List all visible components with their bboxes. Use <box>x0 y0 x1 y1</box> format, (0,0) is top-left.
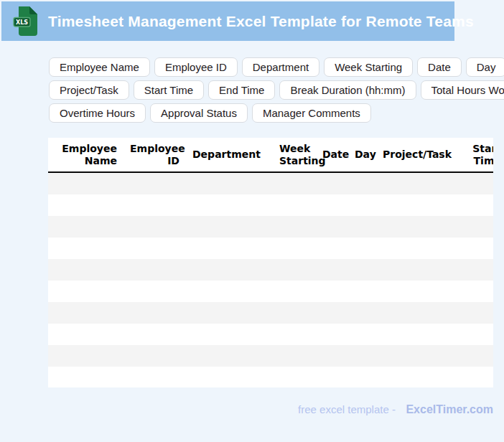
table-cell <box>348 324 376 345</box>
table-cell <box>376 367 463 387</box>
table-cell <box>48 324 123 345</box>
table-cell <box>123 302 186 324</box>
table-cell <box>48 367 123 387</box>
table-cell <box>123 367 186 387</box>
table-cell <box>376 302 463 324</box>
table-row <box>48 324 493 345</box>
table-cell <box>316 259 348 281</box>
tag-chip[interactable]: Department <box>242 57 319 77</box>
table-cell <box>316 238 348 259</box>
table-cell <box>376 172 463 194</box>
table-cell <box>273 302 316 324</box>
column-header: Employee ID <box>123 138 186 172</box>
xls-file-icon: XLS <box>13 6 39 37</box>
column-header: Department <box>186 138 273 172</box>
tag-chip[interactable]: Overtime Hours <box>49 103 146 123</box>
table-cell <box>463 302 493 324</box>
table-cell <box>463 367 493 387</box>
table-cell <box>463 324 493 345</box>
page-title: Timesheet Management Excel Template for … <box>48 13 474 30</box>
table-cell <box>273 345 316 367</box>
table-row <box>48 259 493 281</box>
table-row <box>48 238 493 259</box>
footer-tagline: free excel template - <box>298 403 396 415</box>
table-cell <box>48 194 123 216</box>
tag-chip[interactable]: Day <box>466 57 504 77</box>
table-cell <box>348 259 376 281</box>
table-cell <box>348 194 376 216</box>
tag-chip[interactable]: End Time <box>208 80 275 100</box>
table-cell <box>316 194 348 216</box>
table-cell <box>316 216 348 238</box>
tag-chip[interactable]: Project/Task <box>49 80 129 100</box>
tag-chip[interactable]: Total Hours Worked <box>421 80 504 100</box>
tag-chip[interactable]: Date <box>417 57 462 77</box>
table-cell <box>186 194 273 216</box>
table-row <box>48 172 493 194</box>
table-cell <box>186 238 273 259</box>
table-row <box>48 345 493 367</box>
tag-chip[interactable]: Manager Comments <box>252 103 371 123</box>
table-cell <box>348 302 376 324</box>
column-header: Employee Name <box>48 138 123 172</box>
table-cell <box>463 216 493 238</box>
table-cell <box>186 324 273 345</box>
table-cell <box>463 172 493 194</box>
table-cell <box>316 281 348 302</box>
header-row: Employee NameEmployee IDDepartmentWeek S… <box>48 138 493 172</box>
xls-badge-label: XLS <box>16 19 28 26</box>
tag-chip[interactable]: Week Starting <box>324 57 413 77</box>
table-cell <box>376 216 463 238</box>
table-cell <box>273 259 316 281</box>
table-cell <box>376 345 463 367</box>
table-cell <box>463 238 493 259</box>
table-cell <box>48 216 123 238</box>
tag-chip[interactable]: Start Time <box>134 80 204 100</box>
table-cell <box>463 281 493 302</box>
table-cell <box>48 302 123 324</box>
tag-chip[interactable]: Break Duration (hh:mm) <box>279 80 416 100</box>
table-cell <box>186 345 273 367</box>
table-cell <box>273 367 316 387</box>
timesheet-table-container: Employee NameEmployee IDDepartmentWeek S… <box>48 138 493 387</box>
table-cell <box>186 281 273 302</box>
table-cell <box>123 324 186 345</box>
table-row <box>48 216 493 238</box>
table-cell <box>348 216 376 238</box>
table-cell <box>123 238 186 259</box>
timesheet-table: Employee NameEmployee IDDepartmentWeek S… <box>48 138 493 387</box>
table-body <box>48 172 493 387</box>
table-cell <box>123 216 186 238</box>
column-header: Start Time <box>463 138 493 172</box>
footer-brand-link[interactable]: ExcelTimer.com <box>406 403 493 415</box>
tag-chip[interactable]: Approval Status <box>150 103 248 123</box>
tag-row: Overtime HoursApproval StatusManager Com… <box>49 103 501 123</box>
table-cell <box>316 172 348 194</box>
table-cell <box>273 172 316 194</box>
table-cell <box>376 281 463 302</box>
table-cell <box>48 238 123 259</box>
table-cell <box>348 345 376 367</box>
tag-rows: Employee NameEmployee IDDepartmentWeek S… <box>49 57 501 126</box>
table-cell <box>273 281 316 302</box>
table-cell <box>316 302 348 324</box>
table-cell <box>273 324 316 345</box>
table-cell <box>376 324 463 345</box>
table-cell <box>123 259 186 281</box>
footer: free excel template - ExcelTimer.com <box>48 403 493 416</box>
table-cell <box>348 367 376 387</box>
table-cell <box>186 367 273 387</box>
table-cell <box>48 259 123 281</box>
table-cell <box>123 172 186 194</box>
table-row <box>48 302 493 324</box>
tag-chip[interactable]: Employee ID <box>154 57 238 77</box>
table-cell <box>273 216 316 238</box>
column-header: Week Starting <box>273 138 316 172</box>
tag-chip[interactable]: Employee Name <box>49 57 150 77</box>
table-cell <box>376 259 463 281</box>
table-cell <box>348 238 376 259</box>
table-cell <box>123 345 186 367</box>
tag-row: Employee NameEmployee IDDepartmentWeek S… <box>49 57 501 77</box>
table-cell <box>123 281 186 302</box>
table-cell <box>48 172 123 194</box>
